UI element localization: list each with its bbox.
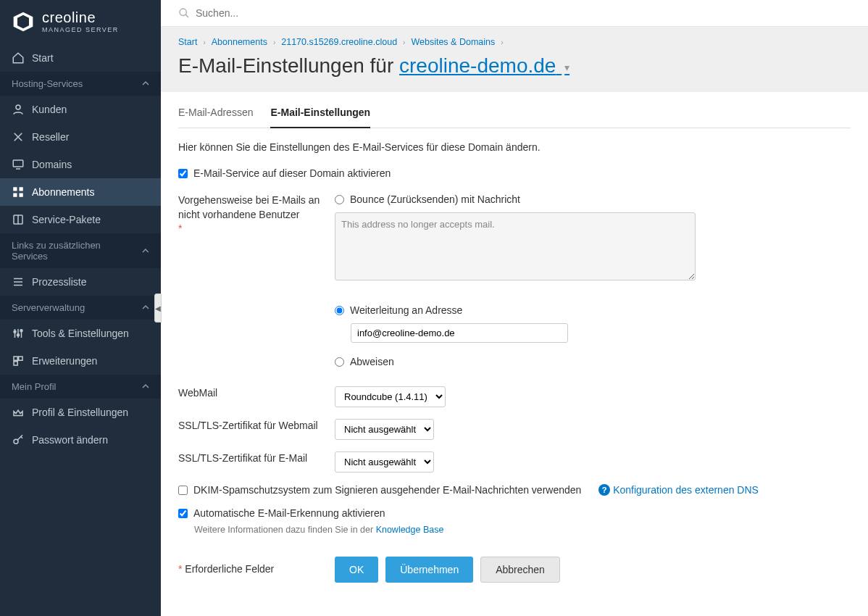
- sidebar-collapse[interactable]: ◀: [154, 294, 162, 322]
- ok-button[interactable]: OK: [335, 557, 378, 583]
- bounce-textarea[interactable]: This address no longer accepts mail.: [335, 212, 696, 280]
- breadcrumb: Start › Abonnements › 21170.s15269.creol…: [178, 37, 851, 47]
- svg-rect-2: [13, 187, 17, 191]
- enable-service-checkbox[interactable]: [178, 169, 188, 178]
- home-icon: [12, 51, 25, 64]
- process-icon: [12, 275, 25, 288]
- bounce-radio[interactable]: [335, 195, 344, 204]
- chevron-right-icon: ›: [501, 38, 503, 46]
- search-bar: [161, 0, 868, 27]
- svg-point-14: [180, 9, 186, 15]
- domain-dropdown[interactable]: creoline-demo.de ▾: [399, 54, 569, 77]
- svg-point-13: [14, 439, 18, 444]
- nav-kunden[interactable]: Kunden: [0, 96, 161, 123]
- crumb-abonnements[interactable]: Abonnements: [212, 37, 267, 47]
- dkim-label: DKIM-Spamschutzsystem zum Signieren ausg…: [193, 484, 581, 496]
- cancel-button[interactable]: Abbrechen: [480, 557, 560, 583]
- main: Start › Abonnements › 21170.s15269.creol…: [161, 0, 868, 616]
- reseller-icon: [12, 130, 25, 143]
- nav-reseller[interactable]: Reseller: [0, 123, 161, 151]
- puzzle-icon: [12, 354, 25, 367]
- chevron-right-icon: ›: [273, 38, 275, 46]
- chevron-up-icon: [142, 247, 149, 254]
- ssl-email-select[interactable]: Nicht ausgewählt: [335, 451, 434, 473]
- page-title: E-Mail-Einstellungen für creoline-demo.d…: [178, 54, 851, 78]
- book-icon: [12, 213, 25, 226]
- autodiscover-checkbox[interactable]: [178, 509, 188, 518]
- nav-tools[interactable]: Tools & Einstellungen: [0, 320, 161, 347]
- svg-rect-3: [20, 187, 23, 191]
- ssl-webmail-label: SSL/TLS-Zertifikat für Webmail: [178, 419, 323, 433]
- autodiscover-hint: Weitere Informationen dazu finden Sie in…: [194, 525, 376, 535]
- nonexistent-label: Vorgehensweise bei E-Mails an nicht vorh…: [178, 193, 323, 236]
- chevron-up-icon: [142, 80, 149, 87]
- sliders-icon: [12, 327, 25, 340]
- forward-radio[interactable]: [335, 306, 344, 315]
- svg-rect-5: [20, 193, 23, 196]
- tab-addresses[interactable]: E-Mail-Adressen: [178, 99, 253, 128]
- svg-rect-10: [14, 357, 17, 360]
- svg-rect-1: [13, 160, 23, 167]
- webmail-select[interactable]: Roundcube (1.4.11): [335, 386, 446, 407]
- svg-rect-11: [19, 357, 22, 360]
- section-links[interactable]: Links zu zusätzlichen Services: [0, 233, 161, 268]
- required-note: * Erforderliche Felder: [178, 562, 323, 577]
- autodiscover-label: Automatische E-Mail-Erkennung aktivieren: [193, 507, 385, 519]
- section-server[interactable]: Serververwaltung: [0, 296, 161, 320]
- nav-service-pakete[interactable]: Service-Pakete: [0, 206, 161, 233]
- tabs: E-Mail-Adressen E-Mail-Einstellungen: [178, 99, 851, 128]
- reject-radio[interactable]: [335, 357, 344, 367]
- svg-point-9: [20, 330, 22, 332]
- chevron-right-icon: ›: [403, 38, 405, 46]
- crumb-websites[interactable]: Websites & Domains: [411, 37, 495, 47]
- svg-point-7: [14, 330, 16, 333]
- intro-text: Hier können Sie die Einstellungen des E-…: [178, 141, 851, 153]
- grid-icon: [12, 186, 25, 199]
- reject-label: Abweisen: [350, 356, 394, 367]
- svg-point-0: [16, 105, 20, 109]
- nav-erweiterungen[interactable]: Erweiterungen: [0, 347, 161, 375]
- forward-address-input[interactable]: [351, 323, 568, 343]
- section-hosting[interactable]: Hosting-Services: [0, 72, 161, 96]
- nav-passwort[interactable]: Passwort ändern: [0, 426, 161, 454]
- crumb-subscription[interactable]: 21170.s15269.creoline.cloud: [281, 37, 397, 47]
- forward-label: Weiterleitung an Adresse: [350, 304, 462, 316]
- nav-abonnements[interactable]: Abonnements: [0, 178, 161, 206]
- user-icon: [12, 103, 25, 116]
- search-input[interactable]: [196, 7, 851, 19]
- nav-profil[interactable]: Profil & Einstellungen: [0, 399, 161, 426]
- nav-domains[interactable]: Domains: [0, 151, 161, 178]
- dkim-checkbox[interactable]: [178, 486, 188, 495]
- ssl-webmail-select[interactable]: Nicht ausgewählt: [335, 419, 434, 440]
- tab-settings[interactable]: E-Mail-Einstellungen: [270, 99, 370, 128]
- crumb-start[interactable]: Start: [178, 37, 197, 47]
- bounce-label: Bounce (Zurücksenden) mit Nachricht: [350, 193, 520, 205]
- chevron-up-icon: [142, 304, 149, 311]
- logo-main: creoline: [42, 10, 119, 25]
- svg-point-8: [17, 334, 20, 336]
- ext-dns-link[interactable]: ? Konfiguration des externen DNS: [598, 484, 759, 496]
- nav-start[interactable]: Start: [0, 44, 161, 72]
- help-icon: ?: [598, 484, 610, 496]
- sidebar: creoline MANAGED SERVER Start Hosting-Se…: [0, 0, 161, 616]
- required-asterisk: *: [178, 222, 182, 234]
- key-icon: [12, 433, 25, 446]
- monitor-icon: [12, 158, 25, 171]
- logo-icon: [12, 10, 35, 33]
- ssl-email-label: SSL/TLS-Zertifikat für E-Mail: [178, 451, 323, 466]
- apply-button[interactable]: Übernehmen: [385, 557, 473, 583]
- svg-rect-4: [13, 193, 17, 196]
- enable-service-label: E-Mail-Service auf dieser Domain aktivie…: [193, 167, 391, 179]
- logo: creoline MANAGED SERVER: [0, 0, 161, 44]
- kb-link[interactable]: Knowledge Base: [376, 525, 444, 535]
- nav-prozessliste[interactable]: Prozessliste: [0, 268, 161, 296]
- webmail-label: WebMail: [178, 386, 323, 401]
- logo-sub: MANAGED SERVER: [42, 26, 119, 34]
- section-profile[interactable]: Mein Profil: [0, 375, 161, 399]
- chevron-right-icon: ›: [203, 38, 205, 46]
- caret-down-icon: ▾: [564, 62, 569, 73]
- chevron-up-icon: [142, 383, 149, 390]
- crown-icon: [12, 406, 25, 419]
- svg-rect-12: [14, 362, 17, 365]
- search-icon: [178, 7, 190, 19]
